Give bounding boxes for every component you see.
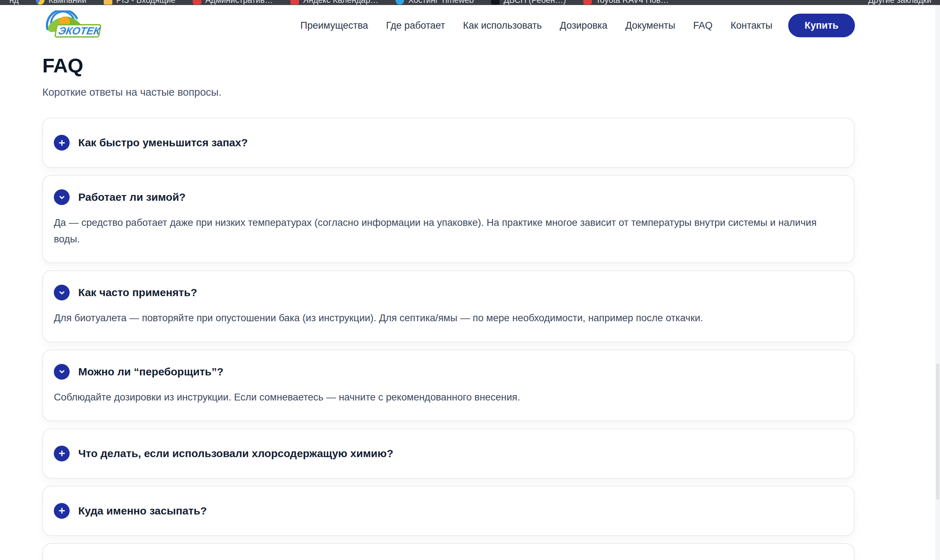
bookmark-item[interactable]: Toyota RAV4 Нов… [583,0,669,5]
nav-link-1[interactable]: Преимущества [300,20,368,31]
logo-graphic: ЭКОТЕК [42,11,103,39]
main-nav: ПреимуществаГде работаетКак использовать… [300,5,772,46]
faq-card [42,543,855,560]
expand-icon-circle [54,503,69,519]
bookmark-item[interactable]: Яндекс Календар… [290,0,379,5]
buy-button[interactable]: Купить [788,14,855,37]
page: { "colors": { "accent": "#1f2fa2", "book… [0,0,940,560]
chevron-down-icon [58,193,66,202]
calendar-icon [290,0,299,5]
bookmark-label: РІЗ - Входящие [116,0,176,5]
chevron-down-icon [58,368,66,376]
expand-icon-circle [54,446,69,462]
bookmarks-list: ндКампанииРІЗ - ВходящиеАдминистратив…Ян… [0,0,669,5]
bookmark-label: нд [9,0,19,5]
faq-answer: Да — средство работает даже при низких т… [54,214,837,248]
nav-link-7[interactable]: Контакты [730,20,772,31]
nav-link-3[interactable]: Как использовать [463,20,542,31]
other-bookmarks-label: Другие закладки [868,0,931,5]
faq-list: Как быстро уменьшится запах?Работает ли … [42,118,855,560]
faq-question-row[interactable]: Как часто применять? [54,285,837,300]
red-icon [583,0,592,5]
faq-card: Как часто применять?Для биотуалета — пов… [42,270,855,342]
faq-card: Куда именно засыпать? [42,486,855,536]
faq-card: Можно ли “переборщить”?Соблюдайте дозиро… [42,349,855,421]
bookmarks-bar: ндКампанииРІЗ - ВходящиеАдминистратив…Ян… [0,0,940,5]
collapse-icon-circle [54,285,69,300]
faq-question: Можно ли “переборщить”? [78,366,224,378]
bookmark-item[interactable]: Хостинг Timeweb [395,0,474,5]
bookmark-label: ДБСП (Ребён…) [503,0,566,5]
main-content: FAQ Короткие ответы на частые вопросы. К… [42,46,855,560]
folder-icon [104,0,112,5]
page-title: FAQ [42,54,855,77]
plus-icon [58,139,66,147]
faq-card: Работает ли зимой?Да — средство работает… [42,175,855,263]
bookmark-label: Яндекс Календар… [303,0,379,5]
scrollbar[interactable] [935,5,940,560]
faq-question-row[interactable]: Что делать, если использовали хлорсодерж… [54,446,837,462]
bookmark-label: Административ… [205,0,273,5]
page-subtitle: Короткие ответы на частые вопросы. [42,86,855,98]
faq-card: Что делать, если использовали хлорсодерж… [42,428,855,478]
expand-icon-circle [54,135,69,151]
logo[interactable]: ЭКОТЕК [42,11,103,40]
plus-icon [58,449,66,457]
bookmark-label: Кампании [48,0,86,5]
logo-text: ЭКОТЕК [57,25,102,37]
faq-question: Куда именно засыпать? [78,505,207,517]
faq-answer: Соблюдайте дозировки из инструкции. Если… [54,389,837,406]
red-icon [193,0,201,5]
bookmark-label: Toyota RAV4 Нов… [596,0,669,5]
nav-link-5[interactable]: Документы [625,20,675,31]
plus-icon [58,506,66,515]
bookmark-label: Хостинг Timeweb [408,0,474,5]
faq-question-row[interactable]: Как быстро уменьшится запах? [54,135,837,151]
blue-icon [395,0,404,5]
site-header: ЭКОТЕК ПреимуществаГде работаетКак испол… [0,5,940,46]
faq-question-row[interactable]: Куда именно засыпать? [54,503,837,519]
faq-question: Как быстро уменьшится запах? [78,137,248,149]
collapse-icon-circle [54,189,69,205]
scrollbar-thumb[interactable] [936,363,939,500]
bookmark-item[interactable]: нд [9,0,19,5]
nav-link-6[interactable]: FAQ [693,20,712,31]
faq-answer: Для биотуалета — повторяйте при опустоше… [54,310,837,326]
faq-question: Что делать, если использовали хлорсодерж… [78,448,394,460]
bookmark-item[interactable]: Административ… [193,0,273,5]
ball-icon [36,0,45,5]
nav-link-2[interactable]: Где работает [386,20,445,31]
bookmark-item[interactable]: РІЗ - Входящие [104,0,176,5]
black-icon [491,0,500,5]
header-inner: ЭКОТЕК ПреимуществаГде работаетКак испол… [42,5,855,46]
faq-question: Как часто применять? [78,286,197,298]
collapse-icon-circle [54,364,69,380]
faq-question-row[interactable]: Можно ли “переборщить”? [54,364,837,380]
bookmark-item[interactable]: Кампании [36,0,86,5]
other-bookmarks[interactable]: Другие закладки [868,0,931,5]
faq-card: Как быстро уменьшится запах? [42,118,855,168]
chevron-down-icon [58,289,66,297]
nav-link-4[interactable]: Дозировка [560,20,608,31]
bookmark-item[interactable]: ДБСП (Ребён…) [491,0,566,5]
faq-question-row[interactable]: Работает ли зимой? [54,189,837,205]
faq-question: Работает ли зимой? [78,191,185,203]
